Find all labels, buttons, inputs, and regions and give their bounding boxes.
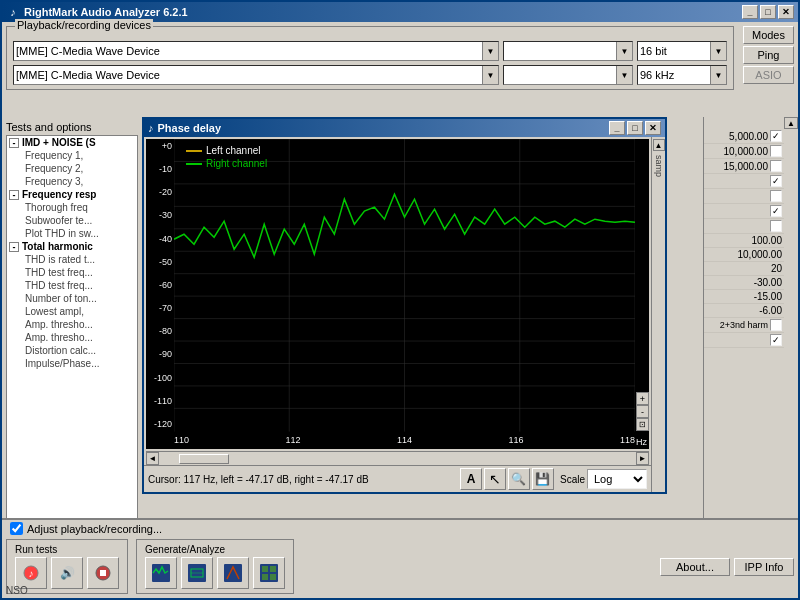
device2-arrow[interactable]: ▼: [482, 66, 498, 84]
maximize-button[interactable]: □: [760, 5, 776, 19]
option-check-2[interactable]: [770, 145, 782, 157]
option-check-3[interactable]: [770, 160, 782, 172]
tree-imd[interactable]: - IMD + NOISE (S: [7, 136, 137, 149]
scale-select[interactable]: Log Lin: [587, 469, 647, 489]
phase-minimize[interactable]: _: [609, 121, 625, 135]
gen-btn1[interactable]: [145, 557, 177, 589]
freq-resp-expand[interactable]: -: [9, 190, 19, 200]
search-tool-btn[interactable]: 🔍: [508, 468, 530, 490]
hz-label: Hz: [636, 437, 647, 447]
device1-arrow[interactable]: ▼: [482, 42, 498, 60]
device2-combo[interactable]: [MME] C-Media Wave Device ▼: [13, 65, 499, 85]
device1-combo[interactable]: [MME] C-Media Wave Device ▼: [13, 41, 499, 61]
total-harmonic-expand[interactable]: -: [9, 242, 19, 252]
ping-button[interactable]: Ping: [743, 46, 794, 64]
option-check-15[interactable]: ✓: [770, 334, 782, 346]
option-check-6[interactable]: ✓: [770, 205, 782, 217]
samplerate-arrow[interactable]: ▼: [710, 66, 726, 84]
app-title: RightMark Audio Analyzer 6.2.1: [24, 6, 188, 18]
playback-group: Playback/recording devices [MME] C-Media…: [6, 26, 734, 90]
legend-left-label: Left channel: [206, 145, 261, 156]
tree-lowest-ampl[interactable]: Lowest ampl,: [7, 305, 137, 318]
imd-label: IMD + NOISE (S: [22, 137, 96, 148]
scroll-up-btn[interactable]: ▲: [653, 139, 665, 151]
tree-num-tones[interactable]: Number of ton...: [7, 292, 137, 305]
h-scrollbar[interactable]: ◄ ►: [146, 451, 649, 465]
tree-thorough[interactable]: Thorough freq: [7, 201, 137, 214]
scroll-thumb[interactable]: [179, 454, 229, 464]
zoom-out-btn[interactable]: -: [636, 405, 649, 418]
option-check-5[interactable]: [770, 190, 782, 202]
svg-rect-23: [100, 570, 106, 576]
run-sound-btn[interactable]: 🔊: [51, 557, 83, 589]
phase-close[interactable]: ✕: [645, 121, 661, 135]
zoom-in-btn[interactable]: +: [636, 392, 649, 405]
tree-freq2[interactable]: Frequency 2,: [7, 162, 137, 175]
option-value-12: -15.00: [754, 291, 782, 302]
samplerate-value: 96 kHz: [640, 69, 692, 81]
tree-dist-calc[interactable]: Distortion calc...: [7, 344, 137, 357]
option-check-14[interactable]: [770, 319, 782, 331]
option-row-10: 20: [704, 262, 784, 276]
tree-freq-resp[interactable]: - Frequency resp: [7, 188, 137, 201]
scroll-right-btn[interactable]: ►: [636, 452, 649, 465]
tree-amp-thresh2[interactable]: Amp. thresho...: [7, 331, 137, 344]
x-label-118: 118: [620, 435, 635, 445]
device1-mid-combo[interactable]: ▼: [503, 41, 633, 61]
option-check-4[interactable]: ✓: [770, 175, 782, 187]
gen-btn3[interactable]: [217, 557, 249, 589]
tree-thd-test2[interactable]: THD test freq...: [7, 279, 137, 292]
tree-freq1[interactable]: Frequency 1,: [7, 149, 137, 162]
chart-area: Left channel Right channel +0 -10: [146, 139, 649, 449]
bitdepth-value: 16 bit: [640, 45, 685, 57]
freq-resp-label: Frequency resp: [22, 189, 96, 200]
run-stop-btn[interactable]: [87, 557, 119, 589]
tree-total-harmonic[interactable]: - Total harmonic: [7, 240, 137, 253]
tree-thd-test1[interactable]: THD test freq...: [7, 266, 137, 279]
option-value-2: 10,000.00: [724, 146, 769, 157]
tree-plot-thd[interactable]: Plot THD in sw...: [7, 227, 137, 240]
option-row-15: ✓: [704, 333, 784, 348]
save-tool-btn[interactable]: 💾: [532, 468, 554, 490]
device2-mid-combo[interactable]: ▼: [503, 65, 633, 85]
option-value-14: 2+3nd harm: [720, 320, 768, 330]
y-label-40: -40: [148, 234, 172, 244]
about-button[interactable]: About...: [660, 558, 730, 576]
device1-mid-arrow[interactable]: ▼: [616, 42, 632, 60]
bitdepth-combo[interactable]: 16 bit ▼: [637, 41, 727, 61]
option-row-8: 100.00: [704, 234, 784, 248]
tree-thd-rated[interactable]: THD is rated t...: [7, 253, 137, 266]
option-value-9: 10,000.00: [738, 249, 783, 260]
samplerate-combo[interactable]: 96 kHz ▼: [637, 65, 727, 85]
phase-v-scrollbar[interactable]: ▲ samp: [651, 137, 665, 492]
tree-impulse[interactable]: Impulse/Phase...: [7, 357, 137, 370]
phase-delay-window: ♪ Phase delay _ □ ✕: [142, 117, 667, 494]
asio-button[interactable]: ASIO: [743, 66, 794, 84]
option-value-11: -30.00: [754, 277, 782, 288]
options-scrollbar-top[interactable]: ▲: [784, 117, 798, 129]
phase-maximize[interactable]: □: [627, 121, 643, 135]
option-check-1[interactable]: ✓: [770, 130, 782, 142]
scroll-left-btn[interactable]: ◄: [146, 452, 159, 465]
close-button[interactable]: ✕: [778, 5, 794, 19]
option-check-7[interactable]: [770, 220, 782, 232]
cursor-tool-btn[interactable]: ↖: [484, 468, 506, 490]
modes-button[interactable]: Modes: [743, 26, 794, 44]
zoom-fit-btn[interactable]: ⊡: [636, 418, 649, 431]
minimize-button[interactable]: _: [742, 5, 758, 19]
y-label-20: -20: [148, 187, 172, 197]
bitdepth-arrow[interactable]: ▼: [710, 42, 726, 60]
ipp-button[interactable]: IPP Info: [734, 558, 794, 576]
imd-expand[interactable]: -: [9, 138, 19, 148]
tree-freq3[interactable]: Frequency 3,: [7, 175, 137, 188]
y-label-100: -100: [148, 373, 172, 383]
gen-btn4[interactable]: [253, 557, 285, 589]
nso-label: NSO: [6, 585, 28, 596]
text-tool-btn[interactable]: A: [460, 468, 482, 490]
gen-btn2[interactable]: [181, 557, 213, 589]
device2-mid-arrow[interactable]: ▼: [616, 66, 632, 84]
tree-amp-thresh1[interactable]: Amp. thresho...: [7, 318, 137, 331]
tree-subwoofer[interactable]: Subwoofer te...: [7, 214, 137, 227]
x-label-114: 114: [397, 435, 412, 445]
adjust-checkbox[interactable]: [10, 522, 23, 535]
